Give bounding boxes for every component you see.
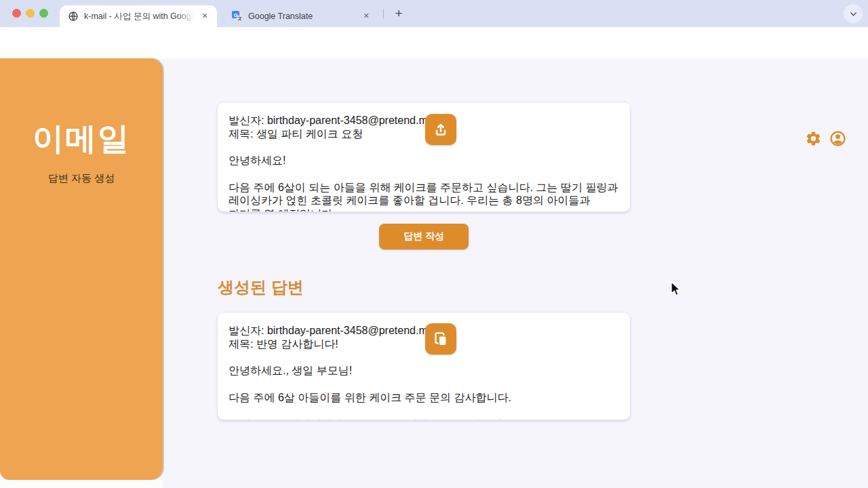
copy-icon <box>432 330 450 348</box>
app-page: 이메일 답변 자동 생성 발신자: birthday-parent-3458@p… <box>0 58 868 488</box>
generated-email-card: 발신자: birthday-parent-3458@pretend.mail 제… <box>217 312 631 420</box>
close-icon[interactable]: × <box>199 11 210 22</box>
browser-tab-strip: k-mail - 사업 문의 with Google × G Google Tr… <box>0 0 868 27</box>
translate-icon: G <box>232 11 243 22</box>
generated-email-text: 발신자: birthday-parent-3458@pretend.mail 제… <box>229 324 619 420</box>
sidebar-underlay <box>0 480 163 488</box>
chevron-down-icon <box>849 9 858 18</box>
compose-reply-button[interactable]: 답변 작성 <box>379 224 469 249</box>
upload-email-button[interactable] <box>425 114 456 145</box>
tab-title: k-mail - 사업 문의 with Google <box>84 11 194 22</box>
copy-reply-button[interactable] <box>425 323 456 354</box>
gear-icon <box>805 130 822 147</box>
profile-icon <box>829 130 846 147</box>
app-subtitle: 답변 자동 생성 <box>0 172 163 185</box>
tab-google-translate[interactable]: G Google Translate × <box>224 5 378 27</box>
app-title: 이메일 <box>0 118 163 160</box>
settings-button[interactable] <box>805 130 822 147</box>
tab-search-button[interactable] <box>844 4 863 23</box>
profile-button[interactable] <box>829 130 846 147</box>
mouse-cursor <box>669 281 684 297</box>
upload-icon <box>432 121 450 138</box>
window-close-button[interactable] <box>12 9 21 18</box>
incoming-email-card: 발신자: birthday-parent-3458@pretend.mail 제… <box>217 102 631 212</box>
window-zoom-button[interactable] <box>39 9 48 18</box>
close-icon[interactable]: × <box>361 11 372 22</box>
incoming-email-text: 발신자: birthday-parent-3458@pretend.mail 제… <box>229 114 619 212</box>
generated-reply-heading: 생성된 답변 <box>218 277 304 298</box>
browser-toolbar: 127.0.0.1:5000 <box>0 27 868 58</box>
globe-icon <box>68 11 79 22</box>
window-minimize-button[interactable] <box>26 9 35 18</box>
tab-title: Google Translate <box>248 12 355 21</box>
tab-divider <box>383 9 384 19</box>
tab-kmail[interactable]: k-mail - 사업 문의 with Google × <box>60 5 217 27</box>
sidebar: 이메일 답변 자동 생성 <box>0 58 163 480</box>
new-tab-button[interactable]: + <box>389 4 408 23</box>
